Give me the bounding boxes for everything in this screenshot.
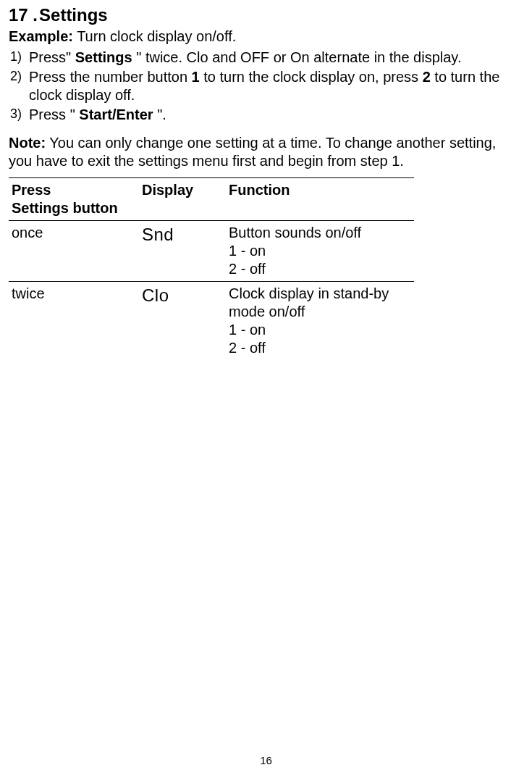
step-marker: 3) [10, 106, 29, 122]
text: Button sounds on/off [229, 225, 361, 240]
number-button: 2 [423, 69, 431, 85]
table-header-row: Press Settings button Display Function [9, 178, 414, 221]
manual-page: 17 .Settings Example: Turn clock display… [0, 0, 532, 778]
press-cell: twice [9, 282, 139, 361]
text: Press " [29, 106, 79, 122]
col-press-header: Press Settings button [9, 178, 139, 221]
section-number: 17 . [9, 5, 38, 25]
step-marker: 2) [10, 68, 29, 85]
note-text: You can only change one setting at a tim… [9, 135, 496, 169]
display-code: Clo [187, 49, 208, 65]
display-cell: Clo [139, 282, 226, 361]
section-title: Settings [39, 5, 108, 25]
text: to turn the clock display on, press [200, 69, 423, 85]
function-cell: Button sounds on/off 1 - on 2 - off [226, 221, 414, 282]
col-function-header: Function [226, 178, 414, 221]
text: 1 - on [229, 243, 266, 259]
number-button: 1 [192, 69, 200, 85]
text: alternate in the display. [310, 49, 462, 65]
press-cell: once [9, 221, 139, 282]
settings-button-name: Settings [75, 49, 132, 65]
text: Press [12, 182, 51, 198]
step-body: Press the number button 1 to turn the cl… [29, 68, 523, 104]
example-label: Example: [9, 28, 73, 44]
example-text: Turn clock display on/off. [73, 28, 236, 44]
text: 2 - off [229, 340, 266, 356]
start-enter-button-name: Start/Enter [79, 106, 153, 122]
text: and [208, 49, 240, 65]
steps-list: 1) Press" Settings " twice. Clo and OFF … [9, 49, 523, 124]
display-cell: Snd [139, 221, 226, 282]
text: or [269, 49, 290, 65]
step-2: 2) Press the number button 1 to turn the… [10, 68, 523, 104]
text: Press the number button [29, 69, 192, 85]
step-3: 3) Press " Start/Enter ". [10, 106, 523, 124]
text: Clock display in stand-by mode on/off [229, 285, 389, 319]
section-heading: 17 .Settings [9, 4, 523, 26]
step-1: 1) Press" Settings " twice. Clo and OFF … [10, 49, 523, 67]
text: 2 - off [229, 261, 266, 277]
text: 1 - on [229, 322, 266, 338]
text: Settings button [12, 200, 118, 216]
note-label: Note: [9, 135, 46, 151]
col-display-header: Display [139, 178, 226, 221]
text: " twice. [132, 49, 187, 65]
table-row: twice Clo Clock display in stand-by mode… [9, 282, 414, 361]
text: Press" [29, 49, 75, 65]
step-marker: 1) [10, 49, 29, 65]
note-block: Note: You can only change one setting at… [9, 134, 523, 170]
text: ". [153, 106, 166, 122]
example-line: Example: Turn clock display on/off. [9, 28, 523, 46]
step-body: Press " Start/Enter ". [29, 106, 523, 124]
page-number: 16 [0, 754, 532, 768]
function-cell: Clock display in stand-by mode on/off 1 … [226, 282, 414, 361]
step-body: Press" Settings " twice. Clo and OFF or … [29, 49, 523, 67]
table-row: once Snd Button sounds on/off 1 - on 2 -… [9, 221, 414, 282]
display-code: On [290, 49, 310, 65]
settings-table: Press Settings button Display Function o… [9, 177, 414, 360]
display-code: OFF [240, 49, 269, 65]
